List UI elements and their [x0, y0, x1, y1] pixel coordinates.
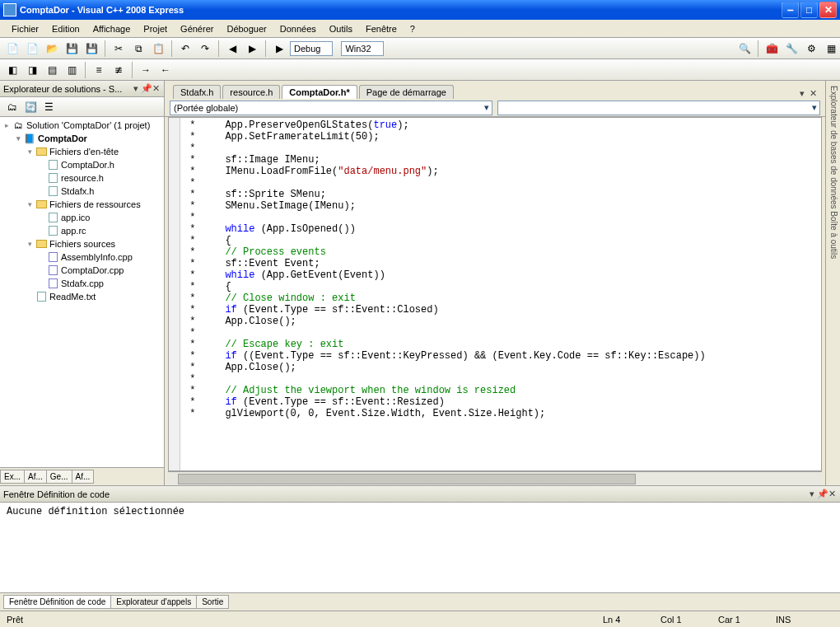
nav-back-button[interactable]: ◀	[223, 40, 241, 58]
se-tool2[interactable]: 🔄	[21, 98, 40, 116]
sidebar-tab[interactable]: Ge...	[46, 470, 72, 484]
scope-combo[interactable]: (Portée globale)	[170, 101, 492, 115]
code-area[interactable]: * App.PreserveOpenGLStates(true); * App.…	[180, 118, 821, 470]
copy-button[interactable]: ⧉	[129, 40, 147, 58]
new-project-button[interactable]: 📄	[3, 40, 21, 58]
bottom-tab[interactable]: Sortie	[196, 595, 229, 609]
defpane-pin-icon[interactable]: 📌	[817, 489, 827, 499]
menu-affichage[interactable]: Affichage	[86, 22, 138, 35]
defpane-dropdown-icon[interactable]: ▾	[807, 489, 817, 499]
doc-tab[interactable]: ComptaDor.h*	[282, 85, 357, 99]
pane-close-icon[interactable]: ✕	[151, 83, 161, 94]
tree-node[interactable]: resource.h	[2, 171, 162, 185]
menu-edition[interactable]: Edition	[45, 22, 86, 35]
tree-node[interactable]: ▾📘ComptaDor	[2, 132, 162, 145]
right-tool-rail[interactable]: Explorateur de bases de données Boîte à …	[825, 81, 840, 485]
minimize-button[interactable]: ‒	[782, 2, 799, 18]
menu-déboguer[interactable]: Déboguer	[220, 22, 273, 35]
cut-button[interactable]: ✂	[110, 40, 128, 58]
doc-tab[interactable]: resource.h	[222, 85, 280, 99]
bottom-tabs: Fenêtre Définition de codeExplorateur d'…	[0, 592, 840, 611]
open-button[interactable]: 📂	[43, 40, 61, 58]
solution-tree[interactable]: ▸🗂Solution 'ComptaDor' (1 projet)▾📘Compt…	[0, 117, 164, 467]
tree-node[interactable]: Stdafx.h	[2, 185, 162, 198]
bottom-tab[interactable]: Fenêtre Définition de code	[3, 595, 111, 609]
sidebar-tab[interactable]: Af...	[72, 470, 95, 484]
maximize-button[interactable]: □	[800, 2, 818, 18]
t2-uncomment[interactable]: ≢	[110, 61, 128, 79]
new-file-button[interactable]: 📄	[23, 40, 41, 58]
menu-fenêtre[interactable]: Fenêtre	[359, 22, 404, 35]
t2-btn4[interactable]: ▥	[63, 61, 81, 79]
start-debug-button[interactable]: ▶	[270, 40, 288, 58]
menu-fichier[interactable]: Fichier	[5, 22, 45, 35]
scope-bar: (Portée globale)	[165, 99, 825, 117]
nav-fwd-button[interactable]: ▶	[243, 40, 261, 58]
menu-outils[interactable]: Outils	[323, 22, 359, 35]
se-tool3[interactable]: ☰	[40, 98, 58, 116]
paste-button[interactable]: 📋	[149, 40, 167, 58]
doc-tab[interactable]: Stdafx.h	[173, 85, 221, 99]
tree-node[interactable]: ▾Fichiers d'en-tête	[2, 145, 162, 158]
sidebar-tab[interactable]: Ex...	[0, 470, 25, 484]
save-button[interactable]: 💾	[63, 40, 81, 58]
save-all-button[interactable]: 💾	[82, 40, 100, 58]
sidebar-tab[interactable]: Af...	[24, 470, 47, 484]
solution-explorer-title: Explorateur de solutions - S... ▾ 📌 ✕	[0, 81, 164, 97]
definition-content: Aucune définition sélectionnée	[0, 503, 840, 592]
props-icon[interactable]: 🔧	[782, 40, 800, 58]
sidebar-bottom-tabs: Ex...Af...Ge...Af...	[0, 467, 164, 485]
tree-node[interactable]: Stdafx.cpp	[2, 277, 162, 290]
toolbar-secondary: ◧ ◨ ▤ ▥ ≡ ≢ → ←	[0, 59, 840, 81]
t2-outdent[interactable]: ←	[156, 61, 175, 79]
tree-node[interactable]: ▾Fichiers de ressources	[2, 198, 162, 211]
definition-title: Fenêtre Définition de code ▾ 📌 ✕	[0, 486, 840, 503]
config-combo[interactable]: Debug	[290, 41, 333, 56]
tab-dropdown-icon[interactable]: ▾	[800, 88, 805, 99]
solution-explorer-toolbar: 🗂 🔄 ☰	[0, 97, 164, 117]
window-buttons: ‒ □ ✕	[782, 2, 837, 18]
menubar: FichierEditionAffichageProjetGénérerDébo…	[0, 20, 840, 38]
t2-comment[interactable]: ≡	[90, 61, 108, 79]
bottom-tab[interactable]: Explorateur d'appels	[110, 595, 197, 609]
definition-pane: Fenêtre Définition de code ▾ 📌 ✕ Aucune …	[0, 485, 840, 592]
tree-node[interactable]: AssemblyInfo.cpp	[2, 250, 162, 264]
status-ins: INS	[776, 615, 833, 625]
defpane-close-icon[interactable]: ✕	[827, 489, 837, 499]
se-tool1[interactable]: 🗂	[3, 98, 21, 116]
find-button[interactable]: 🔍	[735, 40, 754, 58]
tree-node[interactable]: app.ico	[2, 211, 162, 224]
t2-btn3[interactable]: ▤	[43, 61, 61, 79]
status-col: Col 1	[660, 615, 718, 625]
doc-tab[interactable]: Page de démarrage	[359, 85, 454, 99]
tree-node[interactable]: ReadMe.txt	[2, 290, 162, 303]
tree-node[interactable]: app.rc	[2, 224, 162, 237]
obj-icon[interactable]: ⚙	[802, 40, 820, 58]
toolbox-icon[interactable]: 🧰	[763, 40, 781, 58]
redo-button[interactable]: ↷	[196, 40, 214, 58]
undo-button[interactable]: ↶	[176, 40, 194, 58]
menu-données[interactable]: Données	[273, 22, 323, 35]
menu-?[interactable]: ?	[404, 22, 422, 35]
tree-node[interactable]: ▸🗂Solution 'ComptaDor' (1 projet)	[2, 119, 162, 132]
titlebar: ComptaDor - Visual C++ 2008 Express ‒ □ …	[0, 0, 840, 20]
tree-node[interactable]: ComptaDor.cpp	[2, 264, 162, 277]
menu-générer[interactable]: Générer	[174, 22, 220, 35]
pane-dropdown-icon[interactable]: ▾	[131, 83, 141, 94]
editor-hscroll[interactable]	[168, 471, 822, 485]
member-combo[interactable]	[497, 101, 820, 115]
tab-close-icon[interactable]: ✕	[810, 88, 817, 99]
t2-indent[interactable]: →	[137, 61, 155, 79]
pin-icon[interactable]: 📌	[141, 83, 151, 94]
t2-btn1[interactable]: ◧	[3, 61, 21, 79]
tree-node[interactable]: ▾Fichiers sources	[2, 237, 162, 250]
win-icon[interactable]: ▦	[822, 40, 840, 58]
code-editor[interactable]: * App.PreserveOpenGLStates(true); * App.…	[168, 117, 822, 471]
main-row: Explorateur de solutions - S... ▾ 📌 ✕ 🗂 …	[0, 81, 840, 485]
tree-node[interactable]: ComptaDor.h	[2, 158, 162, 171]
platform-combo[interactable]: Win32	[341, 41, 383, 56]
t2-btn2[interactable]: ◨	[23, 61, 41, 79]
status-ready: Prêt	[7, 615, 603, 625]
menu-projet[interactable]: Projet	[137, 22, 174, 35]
close-button[interactable]: ✕	[819, 2, 837, 18]
